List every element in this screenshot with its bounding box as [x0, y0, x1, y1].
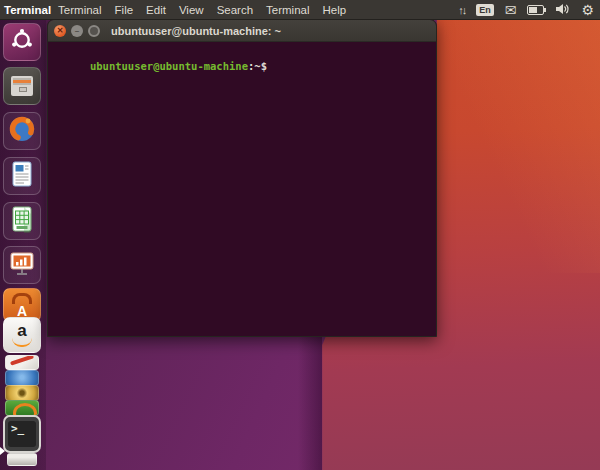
terminal-prompt-icon: >_: [8, 421, 36, 447]
launcher-item-folded-gold-disc[interactable]: [5, 385, 39, 401]
maximize-button[interactable]: [88, 25, 100, 37]
envelope-icon[interactable]: ✉: [505, 3, 517, 17]
calc-spreadsheet-icon: [10, 205, 34, 237]
terminal-window: ✕ – ubuntuuser@ubuntu-machine: ~ ubuntuu…: [47, 19, 437, 337]
menu-file[interactable]: File: [115, 4, 134, 16]
minimize-button[interactable]: –: [71, 25, 83, 37]
amazon-smile-arrow-icon: [12, 338, 32, 347]
firefox-icon: [7, 114, 37, 148]
launcher-item-libreoffice-writer[interactable]: [3, 157, 41, 195]
menu-search[interactable]: Search: [217, 4, 253, 16]
indicator-area: ↑↓ En ✉ ⚙: [458, 3, 600, 17]
menu-help[interactable]: Help: [323, 4, 347, 16]
launcher-item-amazon[interactable]: a: [3, 317, 41, 353]
file-cabinet-icon: [11, 76, 33, 96]
launcher-item-dash[interactable]: [3, 23, 41, 61]
launcher-item-libreoffice-impress[interactable]: [3, 246, 41, 284]
launcher-item-libreoffice-calc[interactable]: [3, 202, 41, 240]
running-app-arrow-icon: [0, 447, 5, 455]
battery-charge-level: [529, 7, 537, 13]
writer-document-icon: [10, 160, 34, 192]
launcher-item-folded-green-player[interactable]: [5, 400, 39, 416]
window-title: ubuntuuser@ubuntu-machine: ~: [111, 25, 281, 37]
impress-presentation-icon: [9, 250, 35, 280]
terminal-titlebar[interactable]: ✕ – ubuntuuser@ubuntu-machine: ~: [48, 20, 436, 42]
menu-view[interactable]: View: [179, 4, 204, 16]
shopping-bag-handle-icon: [12, 293, 32, 304]
global-menubar: Terminal File Edit View Search Terminal …: [58, 4, 346, 16]
launcher-item-folded-blue-sphere[interactable]: [5, 370, 39, 386]
ubuntu-logo-icon: [10, 28, 34, 56]
battery-icon[interactable]: [527, 5, 544, 15]
prompt-user-host: ubuntuuser@ubuntu-machine: [90, 60, 248, 72]
close-x-icon: ✕: [57, 27, 64, 35]
menu-terminal[interactable]: Terminal: [58, 4, 101, 16]
terminal-content[interactable]: ubuntuuser@ubuntu-machine:~$: [48, 42, 436, 90]
ubuntu-desktop: Terminal Terminal File Edit View Search …: [0, 0, 600, 470]
minimize-dash-icon: –: [75, 27, 79, 35]
amazon-a-letter: a: [17, 323, 26, 338]
speaker-icon[interactable]: [555, 3, 570, 17]
close-button[interactable]: ✕: [54, 25, 66, 37]
launcher-item-firefox[interactable]: [3, 112, 41, 150]
menu-terminal-2[interactable]: Terminal: [266, 4, 309, 16]
red-tool-icon: [10, 355, 34, 366]
unity-launcher: A a >_: [0, 19, 46, 470]
launcher-item-terminal[interactable]: >_: [3, 415, 41, 453]
launcher-item-files[interactable]: [3, 67, 41, 105]
menu-edit[interactable]: Edit: [146, 4, 166, 16]
wallpaper-dark-band: [298, 334, 323, 470]
active-app-name: Terminal: [4, 4, 51, 16]
network-updown-arrows-icon[interactable]: ↑↓: [458, 4, 465, 16]
wallpaper-light-streak: [444, 0, 600, 273]
prompt-path-symbol: :~$: [248, 60, 267, 72]
launcher-item-folded-tools[interactable]: [5, 355, 39, 370]
launcher-item-trash[interactable]: [7, 453, 37, 466]
gear-icon[interactable]: ⚙: [581, 3, 594, 17]
keyboard-layout-indicator[interactable]: En: [476, 4, 494, 16]
top-panel: Terminal Terminal File Edit View Search …: [0, 0, 600, 20]
